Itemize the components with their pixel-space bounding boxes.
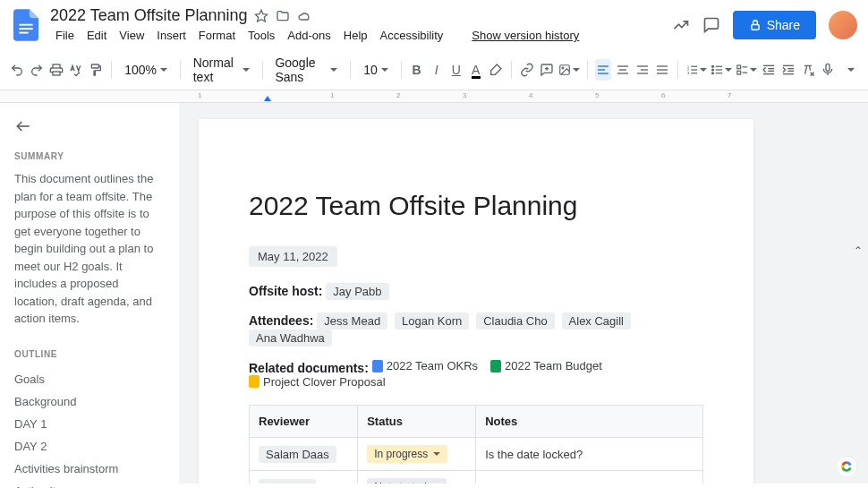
voice-typing-button[interactable]: [820, 59, 836, 81]
menu-bar: File Edit View Insert Format Tools Add-o…: [50, 27, 663, 44]
redo-button[interactable]: [29, 59, 45, 81]
svg-rect-50: [826, 64, 830, 71]
bold-button[interactable]: B: [409, 59, 425, 81]
document-page[interactable]: 2022 Team Offsite Planning May 11, 2022 …: [199, 119, 753, 484]
outline-item[interactable]: DAY 2: [14, 435, 165, 458]
summary-text: This document outlines the plan for a te…: [14, 170, 165, 328]
svg-rect-0: [19, 24, 32, 26]
share-label: Share: [767, 18, 800, 32]
summary-heading: SUMMARY: [14, 151, 165, 161]
document-canvas[interactable]: 2022 Team Offsite Planning May 11, 2022 …: [179, 103, 868, 484]
bulleted-list-button[interactable]: [711, 59, 732, 81]
outline-item[interactable]: Background: [14, 390, 165, 413]
move-folder-icon[interactable]: [276, 9, 290, 23]
person-chip[interactable]: Logan Korn: [395, 312, 469, 330]
ruler[interactable]: 1 1 2 3 4 5 6 7: [0, 90, 868, 103]
status-chip[interactable]: In progress: [367, 445, 447, 463]
menu-view[interactable]: View: [114, 27, 149, 44]
menu-format[interactable]: Format: [193, 27, 241, 44]
outline-sidebar: SUMMARY This document outlines the plan …: [0, 103, 179, 484]
docs-logo-icon[interactable]: [11, 5, 41, 45]
doc-heading: 2022 Team Offsite Planning: [249, 191, 703, 221]
style-dropdown[interactable]: Normal text: [188, 54, 255, 86]
col-status: Status: [358, 406, 476, 438]
related-doc-chip[interactable]: 2022 Team OKRs: [372, 359, 478, 372]
menu-insert[interactable]: Insert: [151, 27, 191, 44]
paint-format-button[interactable]: [88, 59, 104, 81]
text-color-button[interactable]: A: [468, 59, 484, 81]
font-dropdown[interactable]: Google Sans: [269, 54, 343, 86]
related-doc-chip[interactable]: Project Clover Proposal: [249, 375, 386, 389]
activity-icon[interactable]: [672, 16, 690, 34]
explore-icon[interactable]: [834, 454, 859, 479]
spellcheck-button[interactable]: [68, 59, 84, 81]
toolbar: 100% Normal text Google Sans 10 B I U A …: [0, 50, 868, 90]
header: 2022 Team Offsite Planning File Edit Vie…: [0, 0, 868, 50]
menu-help[interactable]: Help: [338, 27, 373, 44]
align-justify-button[interactable]: [654, 59, 670, 81]
menu-file[interactable]: File: [50, 27, 80, 44]
menu-edit[interactable]: Edit: [81, 27, 112, 44]
outline-item[interactable]: DAY 1: [14, 413, 165, 435]
related-doc-chip[interactable]: 2022 Team Budget: [490, 359, 602, 372]
document-title[interactable]: 2022 Team Offsite Planning: [50, 6, 247, 25]
version-history-link[interactable]: Show version history: [472, 29, 579, 42]
person-chip[interactable]: Claudia Cho: [476, 312, 555, 330]
align-left-button[interactable]: [595, 59, 611, 81]
col-reviewer: Reviewer: [250, 406, 358, 438]
menu-addons[interactable]: Add-ons: [282, 27, 336, 44]
share-button[interactable]: Share: [733, 11, 816, 39]
host-label: Offsite host:: [249, 284, 322, 298]
align-right-button[interactable]: [634, 59, 651, 81]
svg-rect-4: [752, 24, 759, 30]
person-chip[interactable]: Jay Pabb: [326, 283, 388, 300]
attendees-label: Attendees:: [249, 313, 313, 328]
svg-point-33: [711, 65, 713, 67]
decrease-indent-button[interactable]: [761, 59, 777, 81]
back-arrow-icon[interactable]: [14, 116, 36, 137]
person-chip[interactable]: Kit Trant: [259, 479, 316, 484]
menu-tools[interactable]: Tools: [243, 27, 280, 44]
increase-indent-button[interactable]: [780, 59, 796, 81]
underline-button[interactable]: U: [448, 59, 464, 81]
outline-item[interactable]: Activities brainstorm: [14, 458, 165, 480]
image-button[interactable]: [558, 59, 580, 81]
svg-rect-5: [53, 64, 60, 68]
svg-point-35: [711, 73, 713, 74]
person-chip[interactable]: Salam Daas: [259, 446, 336, 463]
menu-accessibility[interactable]: Accessibility: [375, 27, 449, 44]
zoom-dropdown[interactable]: 100%: [119, 61, 173, 79]
slides-file-icon: [249, 375, 260, 388]
status-chip[interactable]: Not started: [367, 478, 447, 484]
numbered-list-button[interactable]: 123: [685, 59, 707, 81]
outline-item[interactable]: Goals: [14, 368, 165, 390]
person-chip[interactable]: Ana Wadhwa: [249, 330, 332, 347]
main-content: SUMMARY This document outlines the plan …: [0, 103, 868, 484]
add-comment-button[interactable]: [539, 59, 555, 81]
clear-formatting-button[interactable]: [800, 59, 816, 81]
person-chip[interactable]: Jess Mead: [317, 312, 387, 330]
collapse-toolbar-icon[interactable]: ⌃: [854, 244, 863, 257]
svg-point-52: [836, 456, 856, 476]
svg-marker-3: [256, 10, 268, 21]
highlight-button[interactable]: [488, 59, 504, 81]
user-avatar[interactable]: [829, 11, 857, 39]
undo-button[interactable]: [9, 59, 25, 81]
person-chip[interactable]: Alex Cagill: [562, 312, 631, 330]
outline-item[interactable]: Action items: [14, 480, 165, 489]
star-icon[interactable]: [254, 9, 268, 23]
italic-button[interactable]: I: [429, 59, 445, 81]
title-area: 2022 Team Offsite Planning File Edit Vie…: [50, 6, 663, 44]
notes-cell: Is the date locked?: [476, 438, 703, 471]
date-chip[interactable]: May 11, 2022: [249, 246, 337, 267]
comments-icon[interactable]: [702, 16, 720, 34]
align-center-button[interactable]: [615, 59, 631, 81]
link-button[interactable]: [519, 59, 535, 81]
font-size-dropdown[interactable]: 10: [358, 61, 394, 79]
svg-rect-37: [736, 71, 740, 74]
svg-point-34: [711, 69, 713, 71]
checklist-button[interactable]: [736, 59, 757, 81]
print-button[interactable]: [48, 59, 64, 81]
editing-mode-dropdown[interactable]: [843, 59, 859, 81]
cloud-status-icon[interactable]: [297, 9, 311, 23]
